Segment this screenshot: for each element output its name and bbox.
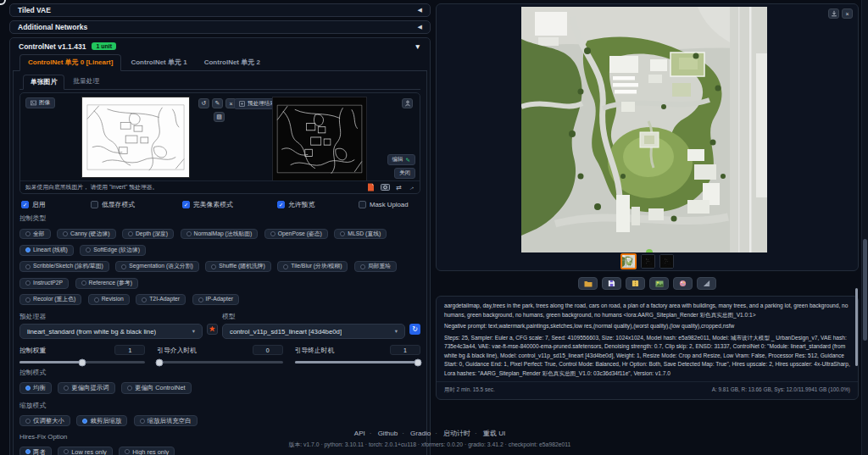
model-dropdown[interactable]: control_v11p_sd15_lineart [43d4be0d] ▾ — [222, 324, 405, 339]
prompt-text: aargdetailmap, day,trees in the park, tr… — [444, 302, 850, 319]
control-type-scribble[interactable]: Scribble/Sketch (涂鸦/草图) — [19, 261, 109, 272]
run-preprocessor-button[interactable] — [207, 324, 218, 335]
guidance-start-number-input[interactable]: 0 — [253, 345, 283, 355]
guidance-start-slider[interactable] — [157, 361, 282, 363]
upload-footer: 如果使用白底黑线图片， 请使用 "invert" 预处理器。 ⇄ → — [20, 180, 420, 193]
generation-info-panel: aargdetailmap, day,trees in the park, tr… — [436, 296, 859, 400]
resize-just-resize[interactable]: 仅调整大小 — [19, 415, 70, 426]
preview-edit-button[interactable]: 编辑 ✎ — [387, 154, 415, 165]
use-preview-resolution-icon[interactable] — [402, 98, 413, 108]
control-type-openpose[interactable]: OpenPose (姿态) — [264, 229, 328, 240]
control-type-segmentation[interactable]: Segmentation (语义分割) — [115, 261, 199, 272]
inner-scrollbar-thumb[interactable] — [855, 288, 858, 366]
send-to-extras-icon[interactable] — [697, 277, 716, 290]
chevron-down-icon: ▾ — [192, 328, 195, 335]
preview-close-button[interactable]: 关闭 — [394, 168, 415, 179]
control-mode-options: 均衡 更偏向提示词 更偏向 ControlNet — [19, 380, 420, 397]
download-image-icon[interactable] — [828, 8, 839, 19]
option-checkboxes: ✓启用 低显存模式 ✓完美像素模式 ✓允许预览 Mask Upload — [21, 200, 419, 209]
control-type-row-1: 全部 Canny (硬边缘) Depth (深度) NormalMap (法线贴… — [19, 225, 420, 258]
preprocessor-result-image[interactable] — [272, 97, 367, 181]
control-mode-balanced[interactable]: 均衡 — [19, 382, 52, 393]
mirror-webcam-icon[interactable]: ⇄ — [396, 184, 402, 191]
close-gallery-icon[interactable]: × — [842, 8, 853, 19]
control-type-all[interactable]: 全部 — [19, 229, 51, 240]
control-type-canny[interactable]: Canny (硬边缘) — [57, 229, 115, 240]
send-to-img2img-icon[interactable] — [649, 277, 669, 290]
page-scrollbar[interactable] — [861, 0, 868, 455]
control-type-normalmap[interactable]: NormalMap (法线贴图) — [181, 229, 259, 240]
thumbnail-2[interactable] — [641, 254, 655, 269]
edit-icon[interactable]: ✎ — [212, 98, 223, 108]
control-type-reference[interactable]: Reference (参考) — [75, 278, 138, 289]
save-image-icon[interactable] — [602, 277, 621, 290]
refresh-models-icon[interactable]: ↻ — [409, 324, 420, 335]
tab-controlnet-unit-0[interactable]: ControlNet 单元 0 [Lineart] — [19, 54, 121, 71]
footer-link-reload-ui[interactable]: 重载 UI — [483, 430, 505, 437]
send-to-inpaint-icon[interactable] — [673, 277, 693, 290]
checkbox-enable[interactable]: ✓启用 — [21, 200, 91, 209]
checkbox-allow-preview[interactable]: ✓允许预览 — [277, 200, 359, 209]
footer-link-startup-profile[interactable]: 启动计时 — [443, 430, 470, 437]
preprocessor-model-row: 预处理器 lineart_standard (from white bg & b… — [19, 308, 420, 339]
save-zip-icon[interactable] — [626, 277, 645, 290]
checkbox-pixel-perfect[interactable]: ✓完美像素模式 — [182, 200, 277, 209]
scrollbar-thumb[interactable] — [863, 239, 867, 341]
resize-mode-options: 仅调整大小 裁剪后缩放 缩放后填充空白 — [19, 413, 420, 430]
accordion-controlnet[interactable]: ControlNet v1.1.431 1 unit ▼ — [13, 40, 427, 53]
control-type-softedge[interactable]: SoftEdge (软边缘) — [80, 245, 146, 256]
control-type-inpaint[interactable]: 局部重绘 — [354, 261, 397, 272]
guidance-end-number-input[interactable]: 1 — [390, 345, 420, 355]
send-dimensions-icon[interactable]: → — [406, 182, 416, 192]
thumbnail-3[interactable] — [659, 254, 674, 269]
accordion-tiled-vae[interactable]: Tiled VAE ◀ — [9, 3, 431, 17]
time-taken: 用时 2 min. 15.5 sec. — [444, 386, 495, 394]
weight-slider[interactable] — [19, 361, 145, 363]
tab-single-image[interactable]: 单张图片 — [23, 75, 64, 90]
edit-icon: ✎ — [406, 157, 410, 164]
checkbox-lowvram[interactable]: 低显存模式 — [91, 200, 182, 209]
control-mode-controlnet[interactable]: 更偏向 ControlNet — [121, 382, 192, 393]
thumbnail-selected[interactable] — [620, 253, 637, 269]
image-upload-area: 图像 ↺ ✎ × ▨ 预处理结果预览 — [19, 92, 420, 194]
footer-link-github[interactable]: Github — [378, 430, 398, 437]
result-action-buttons — [436, 277, 859, 290]
sketch-canvas-icon[interactable]: ▨ — [214, 112, 225, 122]
control-type-revision[interactable]: Revision — [88, 294, 130, 305]
tab-controlnet-unit-1[interactable]: ControlNet 单元 1 — [123, 55, 194, 70]
chevron-left-icon: ◀ — [418, 7, 422, 14]
preprocessor-dropdown[interactable]: lineart_standard (from white bg & black … — [19, 324, 203, 339]
weight-number-input[interactable]: 1 — [114, 345, 145, 355]
open-folder-icon[interactable] — [578, 277, 598, 290]
control-type-lineart[interactable]: Lineart (线稿) — [19, 245, 74, 256]
resize-fill[interactable]: 缩放后填充空白 — [134, 415, 198, 426]
control-type-mlsd[interactable]: MLSD (直线) — [334, 229, 387, 240]
chevron-down-icon: ▾ — [395, 328, 398, 335]
control-type-ip-adapter[interactable]: IP-Adapter — [192, 294, 240, 305]
check-icon: ✓ — [21, 201, 29, 208]
control-type-t2i-adapter[interactable]: T2I-Adapter — [136, 294, 186, 305]
chevron-left-icon: ◀ — [418, 24, 422, 31]
control-type-instructp2p[interactable]: InstructP2P — [19, 278, 69, 289]
control-type-recolor[interactable]: Recolor (重上色) — [19, 294, 81, 305]
resize-crop[interactable]: 裁剪后缩放 — [76, 415, 127, 426]
checkbox-mask-upload[interactable]: Mask Upload — [359, 200, 419, 209]
result-gallery: × — [436, 3, 859, 271]
control-type-depth[interactable]: Depth (深度) — [122, 229, 174, 240]
tab-controlnet-unit-2[interactable]: ControlNet 单元 2 — [197, 55, 268, 70]
tab-batch[interactable]: 批量处理 — [66, 75, 106, 89]
guidance-end-slider[interactable] — [295, 361, 420, 363]
control-type-tile-blur[interactable]: Tile/Blur (分块/模糊) — [277, 261, 348, 272]
image-label-chip: 图像 — [25, 97, 55, 108]
footer-link-api[interactable]: API — [354, 430, 365, 437]
preview-icon — [239, 101, 245, 107]
new-canvas-icon[interactable] — [367, 183, 375, 191]
control-type-shuffle[interactable]: Shuffle (随机洗牌) — [205, 261, 271, 272]
source-lineart-image[interactable] — [81, 97, 190, 178]
footer-link-gradio[interactable]: Gradio — [410, 430, 431, 437]
generated-image[interactable] — [521, 7, 767, 252]
accordion-additional-networks[interactable]: Additional Networks ◀ — [9, 20, 431, 34]
control-mode-prompt[interactable]: 更偏向提示词 — [58, 382, 114, 393]
undo-icon[interactable]: ↺ — [198, 98, 209, 108]
webcam-icon[interactable] — [381, 184, 390, 191]
